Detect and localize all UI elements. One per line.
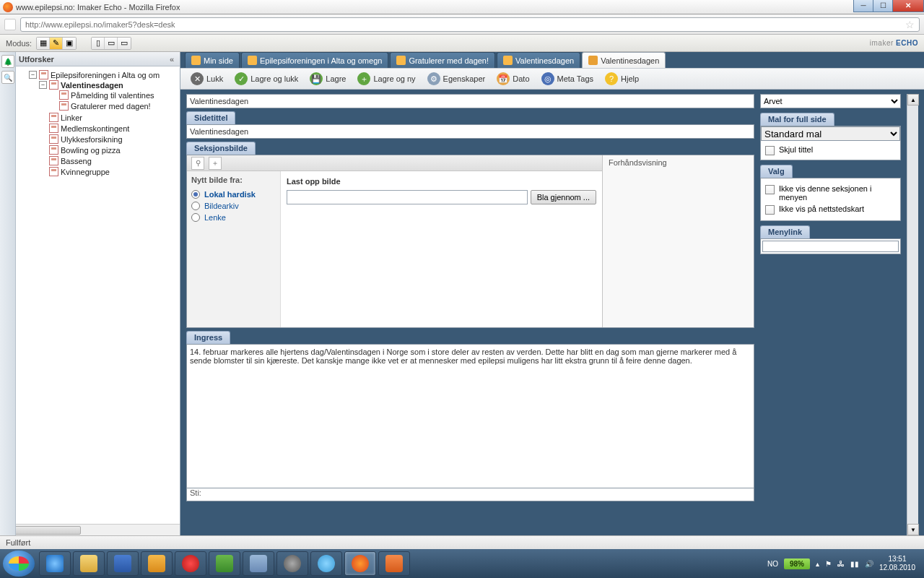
opt2-label: Ikke vis på nettstedskart: [779, 204, 864, 213]
url-input[interactable]: http://www.epilepsi.no/imaker5?desk=desk…: [20, 17, 920, 32]
tree-node[interactable]: Gratulerer med dagen!: [49, 101, 178, 111]
lang-indicator[interactable]: NO: [767, 560, 778, 568]
save-new-button[interactable]: ＋Lagre og ny: [354, 71, 418, 87]
scroll-down-icon[interactable]: ▼: [907, 524, 919, 535]
home-icon: [191, 56, 201, 65]
status-bar: Fullført: [0, 535, 924, 549]
properties-button[interactable]: ⚙Egenskaper: [424, 71, 489, 87]
bookmark-star-icon[interactable]: ☆: [905, 19, 915, 30]
date-button[interactable]: 📅Dato: [494, 71, 532, 87]
taskbar-outlook[interactable]: [141, 551, 173, 576]
tree-node[interactable]: − Valentinesdagen: [39, 80, 178, 90]
tree-node[interactable]: Basseng: [39, 156, 178, 165]
tray-network-icon[interactable]: 🖧: [837, 560, 845, 568]
image-panel: ⚲ ＋ Nytt bilde fra: Lokal hardisk Bildea…: [186, 155, 754, 328]
radio-arkiv[interactable]: Bildearkiv: [191, 200, 276, 212]
taskbar-firefox[interactable]: [344, 551, 376, 576]
tree-node[interactable]: Bowling og pizza: [39, 145, 178, 155]
radio-local[interactable]: Lokal hardisk: [191, 189, 276, 200]
image-source-nav: Nytt bilde fra: Lokal hardisk Bildearkiv…: [187, 171, 281, 327]
scroll-up-icon[interactable]: ▲: [907, 94, 919, 105]
modus-btn-3[interactable]: ▣: [63, 38, 76, 49]
tree-node[interactable]: Påmelding til valentines: [49, 90, 178, 100]
arvet-select[interactable]: Arvet: [760, 94, 901, 108]
tree-label: Medlemskontingent: [61, 124, 129, 133]
taskbar-itunes[interactable]: [310, 551, 342, 576]
page-icon: [4, 19, 16, 30]
title-input[interactable]: [186, 94, 754, 108]
tab-gratulerer[interactable]: Gratulerer med dagen!: [390, 52, 495, 68]
modus-btn-1[interactable]: ▦: [37, 38, 50, 49]
sidebar-hscrollbar[interactable]: [0, 524, 180, 535]
taskbar-calc[interactable]: [243, 551, 274, 576]
taskbar-opera[interactable]: [175, 551, 206, 576]
layout-btn-2[interactable]: ▭: [105, 38, 118, 49]
battery-indicator[interactable]: 98%: [784, 558, 810, 569]
tree-node[interactable]: Medlemskontingent: [39, 124, 178, 133]
sidebar-collapse-icon[interactable]: «: [170, 55, 174, 64]
tab-valentines-2[interactable]: Valentinesdagen: [582, 52, 666, 68]
taskbar-explorer[interactable]: [73, 551, 105, 576]
taskbar-paint[interactable]: [378, 551, 410, 576]
menylink-input[interactable]: [762, 241, 899, 252]
radio-lenke[interactable]: Lenke: [191, 212, 276, 223]
page-icon: [49, 134, 58, 144]
checkbox[interactable]: [765, 205, 775, 215]
tray-wifi-icon[interactable]: ▮▮: [850, 560, 859, 568]
menylink-tab: Menylink: [760, 225, 810, 238]
sidetittel-input[interactable]: [186, 124, 754, 139]
save-close-button[interactable]: ✓Lagre og lukk: [232, 71, 301, 87]
add-image-icon[interactable]: ＋: [209, 157, 222, 170]
tab-org[interactable]: Epilepsiforeningen i Alta og omegn: [241, 52, 388, 68]
checkbox[interactable]: [765, 185, 775, 194]
content-area: Min side Epilepsiforeningen i Alta og om…: [180, 52, 924, 535]
tree-label: Påmelding til valentines: [71, 91, 154, 100]
tray-volume-icon[interactable]: 🔊: [865, 560, 873, 568]
taskbar-app[interactable]: [276, 551, 308, 576]
checkbox[interactable]: [765, 146, 775, 155]
window-close-button[interactable]: [892, 0, 924, 12]
image-panel-toolbar: ⚲ ＋: [187, 155, 602, 171]
tree-label: Linker: [61, 113, 82, 122]
sidebar: 🌲 🔍 Utforsker « − Epilepsiforeningen i A…: [0, 52, 180, 535]
content-vscrollbar[interactable]: ▲ ▼: [907, 94, 918, 535]
expand-icon[interactable]: −: [39, 81, 47, 89]
page-icon: [49, 156, 58, 165]
tree-node[interactable]: Ulykkesforsikning: [39, 134, 178, 144]
expand-icon[interactable]: −: [29, 71, 37, 79]
help-button[interactable]: ?Hjelp: [602, 71, 642, 87]
opt1-label: Ikke vis denne seksjonen i menyen: [779, 184, 896, 202]
tool-search-icon[interactable]: 🔍: [1, 71, 14, 84]
close-button[interactable]: ✕Lukk: [188, 71, 226, 87]
clock[interactable]: 13:51 12.08.2010: [879, 555, 921, 572]
modus-btn-2[interactable]: ✎: [50, 38, 63, 49]
browse-button[interactable]: Bla gjennom ...: [531, 190, 596, 204]
close-icon: ✕: [191, 72, 204, 85]
layout-btn-3[interactable]: ▭: [118, 38, 131, 49]
modus-buttons-a: ▦ ✎ ▣: [36, 37, 77, 50]
tray-flag-icon[interactable]: ⚑: [825, 560, 832, 568]
tree-node[interactable]: − Epilepsiforeningen i Alta og om: [29, 70, 178, 79]
start-button[interactable]: [3, 551, 35, 577]
meta-icon: ◎: [541, 72, 554, 85]
taskbar-excel[interactable]: [209, 551, 240, 576]
upload-path-input[interactable]: [287, 190, 528, 204]
save-icon: 💾: [310, 72, 323, 85]
tree-node[interactable]: Linker: [39, 113, 178, 122]
save-button[interactable]: 💾Lagre: [307, 71, 349, 87]
anchor-icon[interactable]: ⚲: [191, 157, 204, 170]
taskbar-ie[interactable]: [39, 551, 71, 576]
tab-valentines-1[interactable]: Valentinesdagen: [497, 52, 580, 68]
window-minimize-button[interactable]: [853, 0, 873, 12]
page-icon: [49, 167, 58, 176]
window-maximize-button[interactable]: [873, 0, 893, 12]
mal-select[interactable]: Standard mal: [761, 126, 900, 141]
tree-node[interactable]: Kvinnegruppe: [39, 167, 178, 176]
tray-chevron-icon[interactable]: ▴: [816, 560, 819, 568]
taskbar-word[interactable]: [107, 551, 139, 576]
tab-minside[interactable]: Min side: [185, 52, 240, 68]
layout-btn-1[interactable]: ▯: [92, 38, 105, 49]
ingress-textarea[interactable]: 14. februar markeres alle hjertens dag/V…: [186, 344, 754, 488]
meta-button[interactable]: ◎Meta Tags: [539, 71, 597, 87]
tool-tree-icon[interactable]: 🌲: [1, 55, 14, 68]
